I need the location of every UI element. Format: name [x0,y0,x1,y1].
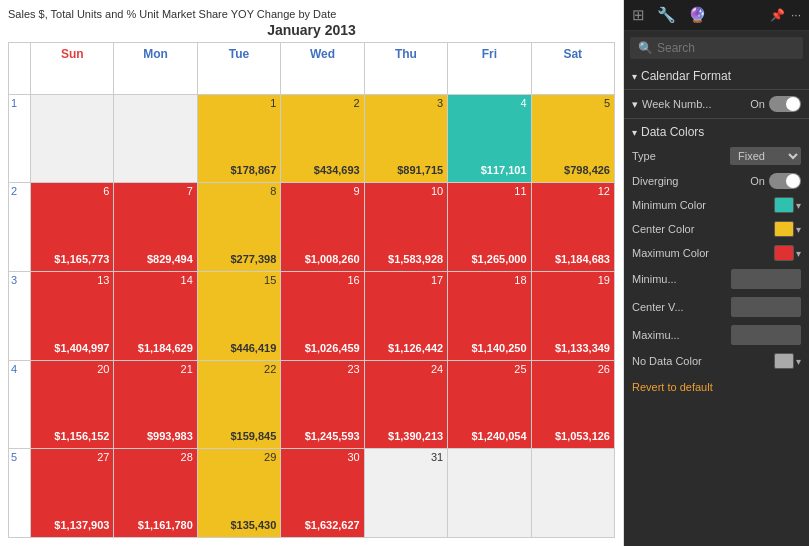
diverging-toggle[interactable] [769,173,801,189]
day-cell[interactable]: 16 $1,026,459 [281,272,364,361]
week-num-1: 1 [9,95,31,184]
no-data-label: No Data Color [632,355,774,367]
calendar-panel: Sales $, Total Units and % Unit Market S… [0,0,624,546]
divider [624,89,809,90]
table-icon[interactable]: ⊞ [632,6,645,24]
day-cell[interactable]: 15 $446,419 [198,272,281,361]
day-cell[interactable]: 4 $117,101 [448,95,531,184]
diverging-row: Diverging On [624,169,809,193]
center-color-swatch[interactable] [774,221,794,237]
chevron-down-icon: ▾ [796,248,801,259]
min-value-label: Minimu... [632,273,731,285]
chevron-down-icon: ▾ [796,224,801,235]
divider [624,118,809,119]
center-value-input[interactable] [731,297,801,317]
day-cell[interactable]: 5 $798,426 [532,95,615,184]
day-cell[interactable]: 1 $178,867 [198,95,281,184]
chevron-down-icon: ▾ [632,71,637,82]
day-cell-empty [532,449,615,538]
type-row: Type Fixed Gradient [624,143,809,169]
day-cell[interactable]: 22 $159,845 [198,361,281,450]
day-cell[interactable]: 29 $135,430 [198,449,281,538]
day-cell-empty [114,95,197,184]
day-cell[interactable]: 21 $993,983 [114,361,197,450]
day-cell[interactable]: 24 $1,390,213 [365,361,448,450]
no-data-color-dropdown[interactable]: ▾ [774,353,801,369]
day-cell[interactable]: 10 $1,583,928 [365,183,448,272]
min-color-dropdown[interactable]: ▾ [774,197,801,213]
center-color-label: Center Color [632,223,774,235]
min-color-label: Minimum Color [632,199,774,211]
min-color-swatch[interactable] [774,197,794,213]
revert-button[interactable]: Revert to default [624,373,809,401]
week-number-label: Week Numb... [642,98,750,110]
chevron-down-icon: ▾ [796,356,801,367]
day-cell[interactable]: 12 $1,184,683 [532,183,615,272]
col-header-tue: Tue [198,43,281,95]
data-colors-label: Data Colors [641,125,704,139]
day-cell[interactable]: 30 $1,632,627 [281,449,364,538]
section-calendar-format[interactable]: ▾ Calendar Format [624,65,809,87]
week-number-toggle[interactable] [769,96,801,112]
day-cell-empty [31,95,114,184]
type-dropdown[interactable]: Fixed Gradient [730,147,801,165]
day-cell[interactable]: 17 $1,126,442 [365,272,448,361]
pin-icon-group: 📌 ··· [770,8,801,22]
day-cell[interactable]: 28 $1,161,780 [114,449,197,538]
center-value-label: Center V... [632,301,731,313]
min-value-input[interactable] [731,269,801,289]
col-header-sat: Sat [532,43,615,95]
format-icon[interactable]: 🔧 [657,6,676,24]
min-value-row: Minimu... [624,265,809,293]
day-cell[interactable]: 7 $829,494 [114,183,197,272]
pin-icon[interactable]: 📌 [770,8,785,22]
center-value-row: Center V... [624,293,809,321]
max-value-row: Maximu... [624,321,809,349]
settings-header-icons: ⊞ 🔧 🔮 📌 ··· [624,0,809,31]
day-cell[interactable]: 27 $1,137,903 [31,449,114,538]
analytics-icon[interactable]: 🔮 [688,6,707,24]
calendar-format-label: Calendar Format [641,69,731,83]
week-number-value: On [750,98,765,110]
day-cell[interactable]: 2 $434,693 [281,95,364,184]
section-data-colors[interactable]: ▾ Data Colors [624,121,809,143]
max-value-label: Maximu... [632,329,731,341]
toggle-knob [786,174,800,188]
day-cell[interactable]: 8 $277,398 [198,183,281,272]
max-value-input[interactable] [731,325,801,345]
day-cell[interactable]: 20 $1,156,152 [31,361,114,450]
day-cell-empty [448,449,531,538]
min-color-row: Minimum Color ▾ [624,193,809,217]
day-cell[interactable]: 18 $1,140,250 [448,272,531,361]
day-cell[interactable]: 11 $1,265,000 [448,183,531,272]
chevron-down-icon: ▾ [796,200,801,211]
max-color-dropdown[interactable]: ▾ [774,245,801,261]
day-cell[interactable]: 23 $1,245,593 [281,361,364,450]
center-color-dropdown[interactable]: ▾ [774,221,801,237]
no-data-color-swatch[interactable] [774,353,794,369]
day-cell[interactable]: 13 $1,404,997 [31,272,114,361]
chart-title: Sales $, Total Units and % Unit Market S… [8,8,615,20]
day-cell[interactable]: 3 $891,715 [365,95,448,184]
max-color-label: Maximum Color [632,247,774,259]
col-header-mon: Mon [114,43,197,95]
day-cell[interactable]: 14 $1,184,629 [114,272,197,361]
settings-panel: ⊞ 🔧 🔮 📌 ··· 🔍 ▾ Calendar Format ▾ Week N… [624,0,809,546]
col-header-fri: Fri [448,43,531,95]
center-color-row: Center Color ▾ [624,217,809,241]
day-cell[interactable]: 19 $1,133,349 [532,272,615,361]
day-cell[interactable]: 6 $1,165,773 [31,183,114,272]
week-num-2: 2 [9,183,31,272]
week-num-5: 5 [9,449,31,538]
chevron-down-icon: ▾ [632,127,637,138]
week-num-3: 3 [9,272,31,361]
col-header-wed: Wed [281,43,364,95]
day-cell[interactable]: 9 $1,008,260 [281,183,364,272]
max-color-swatch[interactable] [774,245,794,261]
search-box[interactable]: 🔍 [630,37,803,59]
search-input[interactable] [657,41,795,55]
diverging-value: On [750,175,765,187]
day-cell[interactable]: 26 $1,053,126 [532,361,615,450]
day-cell[interactable]: 25 $1,240,054 [448,361,531,450]
more-icon[interactable]: ··· [791,8,801,22]
